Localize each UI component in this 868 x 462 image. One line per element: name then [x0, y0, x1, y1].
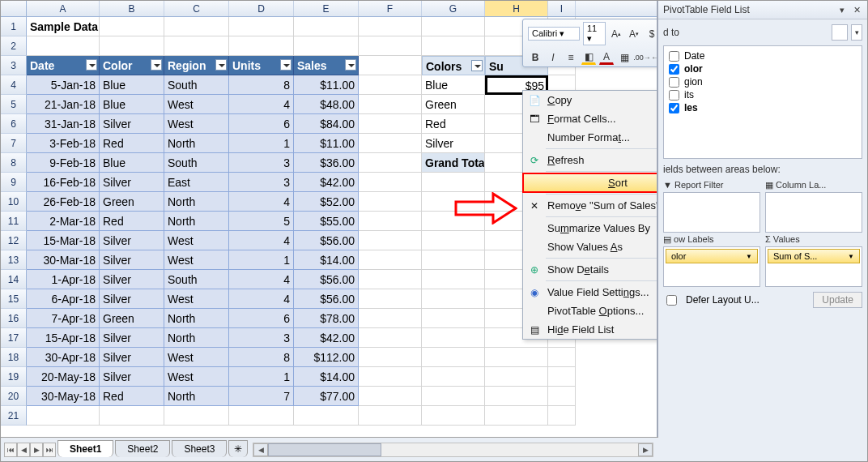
cell-B21[interactable] [100, 406, 164, 426]
row-7[interactable]: 7 [1, 134, 27, 153]
layout-mode-button[interactable] [832, 24, 848, 41]
cell-E6[interactable]: $84.00 [294, 114, 359, 134]
cell-D8[interactable]: 3 [229, 153, 294, 173]
cell-D20[interactable]: 7 [229, 387, 294, 406]
col-H[interactable]: H [485, 1, 548, 16]
cell-G12[interactable] [422, 231, 485, 250]
cell-I20[interactable] [548, 387, 576, 406]
bold-icon[interactable]: B [528, 50, 542, 65]
increase-decimal-icon[interactable]: .00→ [635, 50, 649, 65]
cell-I19[interactable] [548, 367, 576, 387]
field-2[interactable]: gion [667, 75, 858, 88]
next-sheet-button[interactable]: ▶ [30, 443, 43, 457]
cell-D9[interactable]: 3 [229, 173, 294, 192]
cell-F1[interactable] [359, 17, 422, 36]
first-sheet-button[interactable]: ⏮ [4, 443, 17, 457]
col-C[interactable]: C [164, 1, 229, 16]
cell-G14[interactable] [422, 270, 485, 289]
cell-F8[interactable] [359, 153, 422, 173]
col-B[interactable]: B [100, 1, 164, 16]
cell-H21[interactable] [485, 406, 548, 426]
cell-G6[interactable]: Red [422, 114, 485, 134]
cell-E21[interactable] [294, 406, 359, 426]
cell-B5[interactable]: Blue [100, 95, 164, 114]
cell-F21[interactable] [359, 406, 422, 426]
cell-D14[interactable]: 4 [229, 270, 294, 289]
cell-E11[interactable]: $55.00 [294, 212, 359, 231]
cell-G15[interactable] [422, 289, 485, 309]
cell-A16[interactable]: 7-Apr-18 [27, 309, 100, 328]
cell-A20[interactable]: 30-May-18 [27, 387, 100, 406]
row-10[interactable]: 10 [1, 192, 27, 212]
filter-dropdown-icon[interactable] [86, 59, 97, 71]
cell-H20[interactable] [485, 387, 548, 406]
row-6[interactable]: 6 [1, 114, 27, 134]
font-color-icon[interactable]: A [599, 50, 614, 65]
cell-C21[interactable] [164, 406, 229, 426]
cell-F19[interactable] [359, 367, 422, 387]
cell-E17[interactable]: $42.00 [294, 328, 359, 348]
layout-dropdown-icon[interactable]: ▾ [851, 24, 862, 41]
field-checkbox[interactable] [669, 90, 679, 101]
cell-C2[interactable] [164, 36, 229, 56]
prev-sheet-button[interactable]: ◀ [17, 443, 30, 457]
cell-C13[interactable]: West [164, 250, 229, 270]
values-area[interactable]: Sum of S...▼ [765, 246, 862, 287]
filter-dropdown-icon[interactable] [345, 59, 356, 71]
cell-G21[interactable] [422, 406, 485, 426]
cell-C20[interactable]: North [164, 387, 229, 406]
cell-E13[interactable]: $14.00 [294, 250, 359, 270]
scroll-left-button[interactable]: ◀ [253, 443, 268, 456]
cell-F14[interactable] [359, 270, 422, 289]
value-field-sum-of-sales[interactable]: Sum of S...▼ [768, 249, 860, 263]
row-14[interactable]: 14 [1, 270, 27, 289]
cell-F16[interactable] [359, 309, 422, 328]
cell-C5[interactable]: West [164, 95, 229, 114]
cell-A19[interactable]: 20-May-18 [27, 367, 100, 387]
cell-G19[interactable] [422, 367, 485, 387]
field-4[interactable]: les [667, 101, 858, 114]
cell-E15[interactable]: $56.00 [294, 289, 359, 309]
row-19[interactable]: 19 [1, 367, 27, 387]
cell-D10[interactable]: 4 [229, 192, 294, 212]
filter-dropdown-icon[interactable] [151, 59, 162, 71]
filter-dropdown-icon[interactable] [215, 59, 227, 71]
row-5[interactable]: 5 [1, 95, 27, 114]
cell-F15[interactable] [359, 289, 422, 309]
cell-F12[interactable] [359, 231, 422, 250]
cell-C7[interactable]: North [164, 134, 229, 153]
cell-E10[interactable]: $52.00 [294, 192, 359, 212]
cell-G20[interactable] [422, 387, 485, 406]
cell-G1[interactable] [422, 17, 485, 36]
cell-A8[interactable]: 9-Feb-18 [27, 153, 100, 173]
col-F[interactable]: F [359, 1, 422, 16]
select-all-corner[interactable] [1, 1, 27, 16]
cell-C6[interactable]: West [164, 114, 229, 134]
cell-G16[interactable] [422, 309, 485, 328]
cell-C19[interactable]: West [164, 367, 229, 387]
row-2[interactable]: 2 [1, 36, 27, 56]
cell-F20[interactable] [359, 387, 422, 406]
sheet-tab-sheet2[interactable]: Sheet2 [115, 440, 170, 457]
pane-dropdown-icon[interactable]: ▾ [836, 4, 848, 15]
shrink-font-icon[interactable]: A▾ [627, 27, 641, 41]
cell-G4[interactable]: Blue [422, 75, 485, 95]
scroll-right-button[interactable]: ▶ [638, 443, 653, 456]
cell-G2[interactable] [422, 36, 485, 56]
cell-A7[interactable]: 3-Feb-18 [27, 134, 100, 153]
column-labels-area[interactable] [765, 192, 862, 233]
report-filter-area[interactable] [663, 192, 760, 233]
pane-close-icon[interactable]: ✕ [851, 4, 862, 15]
cell-E4[interactable]: $11.00 [294, 75, 359, 95]
cell-E8[interactable]: $36.00 [294, 153, 359, 173]
last-sheet-button[interactable]: ⏭ [43, 443, 56, 457]
cell-F5[interactable] [359, 95, 422, 114]
row-12[interactable]: 12 [1, 231, 27, 250]
row-8[interactable]: 8 [1, 153, 27, 173]
cell-A6[interactable]: 31-Jan-18 [27, 114, 100, 134]
horizontal-scrollbar[interactable]: ◀ ▶ [253, 443, 653, 457]
cell-A17[interactable]: 15-Apr-18 [27, 328, 100, 348]
cell-B11[interactable]: Red [100, 212, 164, 231]
cell-I18[interactable] [548, 348, 576, 367]
row-21[interactable]: 21 [1, 406, 27, 426]
